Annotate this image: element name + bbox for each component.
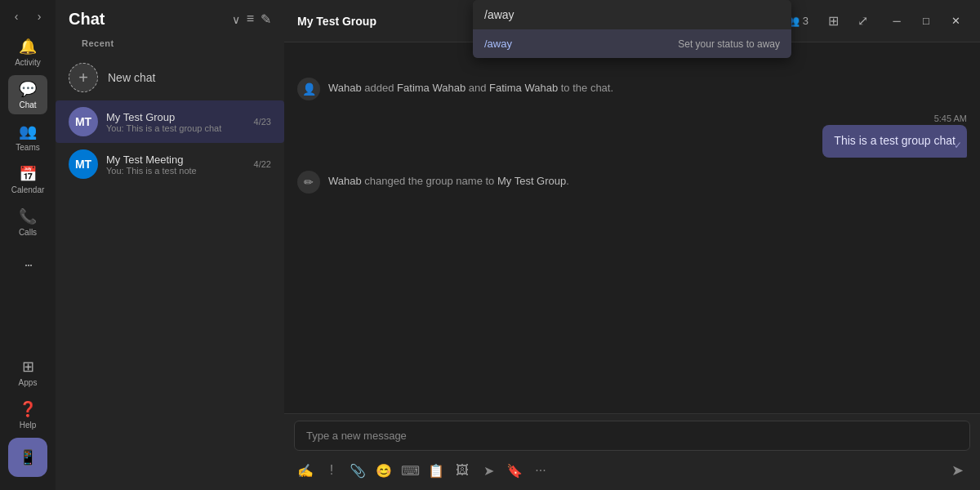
plus-icon: + xyxy=(78,69,88,87)
filter-icon[interactable]: ≡ xyxy=(247,11,254,27)
close-button[interactable]: ✕ xyxy=(944,10,967,33)
emoji-button[interactable]: 😊 xyxy=(372,459,395,482)
forward-button[interactable]: › xyxy=(29,7,49,26)
message-input[interactable]: Type a new message xyxy=(294,421,970,451)
members-count: 3 xyxy=(803,15,808,27)
rename-icon: ✏ xyxy=(297,171,320,194)
sidebar-header-icons: ≡ ✎ xyxy=(247,11,271,27)
sidebar-header: Chat ∨ ≡ ✎ xyxy=(56,0,284,35)
command-input-row: /away xyxy=(473,0,791,29)
my-test-meeting-info: My Test Meeting You: This is a test note xyxy=(106,154,246,176)
my-test-meeting-avatar: MT xyxy=(69,149,98,179)
command-bar: /away /away Set your status to away xyxy=(473,0,791,58)
chat-nav-label: Chat xyxy=(19,100,36,109)
command-input-text[interactable]: /away xyxy=(484,8,514,21)
my-test-group-avatar: MT xyxy=(69,107,98,136)
added-text: Wahab added Fatima Wahab and Fatima Waha… xyxy=(328,78,613,96)
calls-icon: 📞 xyxy=(19,207,37,225)
phone-icon: 📱 xyxy=(19,448,37,466)
rename-text: Wahab changed the group name to My Test … xyxy=(328,171,569,189)
sidebar: Chat ∨ ≡ ✎ Recent + New chat MT My Test … xyxy=(56,0,284,490)
chat-item-my-test-group[interactable]: MT My Test Group You: This is a test gro… xyxy=(56,100,284,143)
apps-label: Apps xyxy=(19,378,38,387)
new-chat-item[interactable]: + New chat xyxy=(56,55,284,100)
apps-icon: ⊞ xyxy=(22,358,34,376)
maximize-button[interactable]: □ xyxy=(915,10,938,33)
my-test-group-name: My Test Group xyxy=(106,111,246,123)
my-test-meeting-preview: You: This is a test note xyxy=(106,166,246,176)
sidebar-item-calendar[interactable]: 📅 Calendar xyxy=(8,160,47,199)
sidebar-item-teams[interactable]: 👥 Teams xyxy=(8,118,47,157)
bubble-text: This is a test group chat xyxy=(834,134,956,147)
praise-button[interactable]: 🖼 xyxy=(451,459,474,482)
compose-icon[interactable]: ✎ xyxy=(261,11,271,27)
my-test-meeting-date: 4/22 xyxy=(254,159,271,169)
giphy-button[interactable]: 📋 xyxy=(425,459,448,482)
my-test-group-initials: MT xyxy=(75,115,91,128)
bubble-checkmark: ✓ xyxy=(954,139,962,153)
chat-active-indicator[interactable]: 📱 xyxy=(8,438,47,477)
chat-bubble: This is a test group chat ✓ xyxy=(822,125,967,158)
my-test-meeting-initials: MT xyxy=(75,158,91,171)
chat-item-my-test-meeting[interactable]: MT My Test Meeting You: This is a test n… xyxy=(56,143,284,185)
help-label: Help xyxy=(20,421,37,430)
sticker-button[interactable]: ⌨ xyxy=(399,459,421,482)
sidebar-title-dropdown[interactable]: ∨ xyxy=(232,13,240,26)
command-suggestion-desc: Set your status to away xyxy=(678,38,780,50)
send-button[interactable]: ➤ xyxy=(944,457,970,483)
more-toolbar-button[interactable]: ··· xyxy=(529,459,552,482)
calendar-icon: 📅 xyxy=(19,165,37,183)
input-area: Type a new message ✍ ! 📎 😊 ⌨ 📋 🖼 ➤ 🔖 ···… xyxy=(284,413,980,490)
format-button[interactable]: ✍ xyxy=(294,459,317,482)
new-chat-label: New chat xyxy=(108,71,155,84)
loop-button[interactable]: 🔖 xyxy=(503,459,526,482)
system-message-renamed: ✏ Wahab changed the group name to My Tes… xyxy=(297,171,967,194)
teams-label: Teams xyxy=(16,143,39,152)
help-icon: ❓ xyxy=(19,400,37,418)
teams-icon: 👥 xyxy=(19,122,37,140)
more-icon: ··· xyxy=(24,256,31,274)
sidebar-item-activity[interactable]: 🔔 Activity xyxy=(8,33,47,72)
my-test-meeting-name: My Test Meeting xyxy=(106,154,246,166)
messages-area: 👤 Wahab added Fatima Wahab and Fatima Wa… xyxy=(284,42,980,413)
recent-label: Recent xyxy=(69,35,127,53)
activity-label: Activity xyxy=(15,58,41,67)
sidebar-item-more[interactable]: ··· xyxy=(8,245,47,284)
command-suggestion-label: /away xyxy=(484,38,512,50)
chat-bubble-wrapper: 5:45 AM This is a test group chat ✓ xyxy=(822,114,967,158)
attach-button[interactable]: 📎 xyxy=(346,459,369,482)
meet-button[interactable]: ➤ xyxy=(477,459,500,482)
window-controls: ─ □ ✕ xyxy=(885,10,967,33)
my-test-group-date: 4/23 xyxy=(254,117,271,127)
main-chat: /away /away Set your status to away My T… xyxy=(284,0,980,490)
minimize-button[interactable]: ─ xyxy=(885,10,908,33)
popout-button[interactable]: ⤢ xyxy=(849,8,875,34)
new-chat-avatar: + xyxy=(69,63,98,92)
sidebar-item-apps[interactable]: ⊞ Apps xyxy=(8,353,47,392)
input-toolbar: ✍ ! 📎 😊 ⌨ 📋 🖼 ➤ 🔖 ··· ➤ xyxy=(294,457,970,483)
sidebar-item-calls[interactable]: 📞 Calls xyxy=(8,203,47,242)
sidebar-title: Chat xyxy=(69,10,225,29)
back-button[interactable]: ‹ xyxy=(7,7,26,26)
priority-button[interactable]: ! xyxy=(320,459,343,482)
rail-bottom: ⊞ Apps ❓ Help 📱 xyxy=(8,353,47,483)
command-suggestion-away[interactable]: /away Set your status to away xyxy=(473,29,791,58)
system-message-added: 👤 Wahab added Fatima Wahab and Fatima Wa… xyxy=(297,78,967,100)
sidebar-item-help[interactable]: ❓ Help xyxy=(8,395,47,434)
my-test-group-preview: You: This is a test group chat xyxy=(106,123,246,133)
my-test-group-info: My Test Group You: This is a test group … xyxy=(106,111,246,133)
calendar-label: Calendar xyxy=(11,185,45,194)
apps-header-icon: ⊞ xyxy=(828,13,839,29)
recent-section: Recent xyxy=(56,35,284,55)
send-icon: ➤ xyxy=(951,461,964,479)
bubble-time: 5:45 AM xyxy=(934,114,967,123)
more-apps-button[interactable]: ⊞ xyxy=(820,8,846,34)
added-icon: 👤 xyxy=(297,78,320,100)
sidebar-item-chat[interactable]: 💬 Chat xyxy=(8,75,47,114)
activity-icon: 🔔 xyxy=(19,38,37,56)
left-rail: ‹ › 🔔 Activity 💬 Chat 👥 Teams 📅 Calendar… xyxy=(0,0,56,490)
popout-icon: ⤢ xyxy=(858,13,868,29)
calls-label: Calls xyxy=(19,228,37,237)
chat-nav-icon: 💬 xyxy=(19,80,37,98)
chat-bubble-row: 5:45 AM This is a test group chat ✓ xyxy=(297,114,967,158)
